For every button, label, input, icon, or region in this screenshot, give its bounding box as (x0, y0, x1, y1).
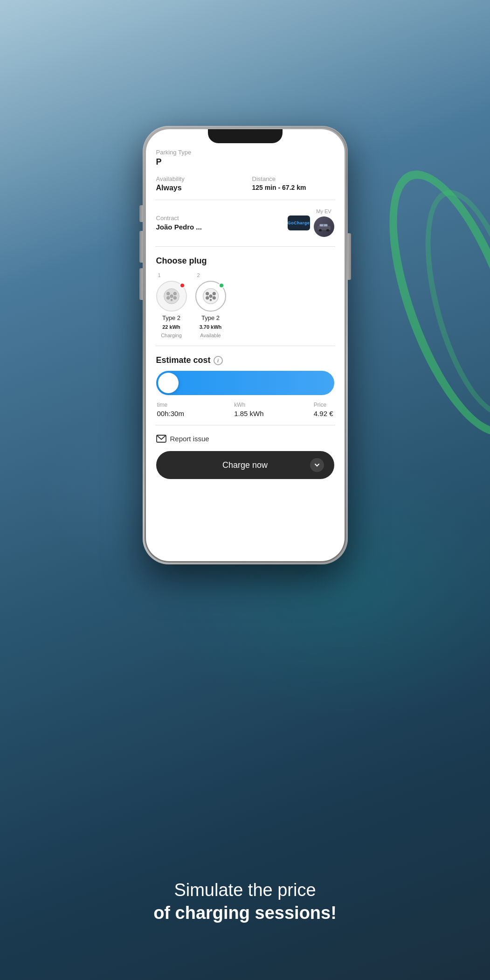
distance-value: 125 min - 67.2 km (252, 184, 334, 191)
charge-now-button[interactable]: Charge now (156, 451, 334, 479)
my-ev-col: My EV (314, 209, 334, 237)
plug-1-icon-wrapper (156, 281, 187, 312)
svg-point-18 (209, 295, 212, 298)
svg-point-10 (173, 296, 176, 299)
choose-plug-section: Choose plug 1 (146, 250, 345, 342)
plug-2[interactable]: 2 (195, 272, 226, 338)
plug-2-icon-wrapper (195, 281, 226, 312)
plug-2-status-dot (219, 283, 224, 288)
envelope-icon (156, 435, 166, 443)
ev-avatar (314, 216, 334, 237)
contract-name: João Pedro ... (156, 223, 282, 231)
volume-up-button (139, 231, 143, 263)
availability-distance-row: Availability Always Distance 125 min - 6… (146, 171, 345, 196)
availability-col: Availability Always (156, 175, 238, 192)
info-icon[interactable]: i (214, 356, 223, 365)
divider-4 (155, 425, 335, 425)
gocharge-text: GoCharge (288, 221, 310, 225)
distance-label: Distance (252, 175, 334, 182)
contract-row: Contract João Pedro ... GoCharge My EV (146, 204, 345, 243)
plug-1-kwh: 22 kWh (162, 324, 180, 330)
plug-2-icon (201, 287, 220, 306)
kwh-col: kWh 1.85 kWh (234, 402, 263, 417)
plug-2-number: 2 (197, 272, 200, 278)
svg-point-16 (206, 296, 208, 299)
plug-2-status: Available (200, 333, 221, 338)
power-button (348, 233, 351, 280)
screen-content: Parking Type P Availability Always Dista… (146, 143, 345, 561)
contract-logos: GoCharge My EV (288, 209, 334, 237)
plug-1-name: Type 2 (162, 314, 180, 321)
svg-point-15 (213, 292, 215, 295)
my-ev-label: My EV (316, 209, 331, 214)
price-label: Price (314, 402, 333, 408)
chevron-icon (310, 458, 324, 472)
svg-point-17 (213, 296, 215, 299)
svg-point-7 (166, 292, 169, 295)
gocharge-logo: GoCharge (288, 215, 310, 230)
contract-label: Contract (156, 215, 282, 222)
kwh-label: kWh (234, 402, 263, 408)
estimate-title: Estimate cost (156, 355, 211, 365)
choose-plug-title: Choose plug (156, 256, 334, 266)
svg-rect-5 (324, 224, 327, 226)
parking-type-label: Parking Type (156, 149, 334, 156)
svg-point-8 (173, 292, 176, 295)
volume-down-button (139, 268, 143, 300)
divider-3 (155, 346, 335, 346)
toggle-bar[interactable] (156, 371, 334, 395)
cost-row: time 00h:30m kWh 1.85 kWh Price 4.92 € (156, 402, 334, 417)
phone-mockup: Parking Type P Availability Always Dista… (143, 126, 348, 564)
promo-line1: Simulate the price (37, 880, 453, 901)
time-col: time 00h:30m (157, 402, 184, 417)
parking-type-block: Parking Type P (146, 143, 345, 171)
plug-1-status: Charging (161, 333, 182, 338)
phone-body: Parking Type P Availability Always Dista… (143, 126, 348, 564)
phone-notch (208, 129, 283, 143)
phone-inner-frame: Parking Type P Availability Always Dista… (145, 128, 346, 563)
car-icon (317, 222, 331, 231)
plug-1[interactable]: 1 (156, 272, 187, 338)
price-col: Price 4.92 € (314, 402, 333, 417)
plug-1-icon (162, 287, 181, 306)
plugs-row: 1 (156, 272, 334, 338)
plug-2-name: Type 2 (201, 314, 220, 321)
svg-point-11 (170, 295, 173, 298)
plug-2-kwh: 3.70 kWh (200, 324, 222, 330)
distance-col: Distance 125 min - 67.2 km (252, 175, 334, 192)
svg-point-9 (166, 296, 169, 299)
phone-screen: Parking Type P Availability Always Dista… (146, 129, 345, 561)
charge-now-label: Charge now (222, 460, 268, 470)
kwh-value: 1.85 kWh (234, 410, 263, 417)
time-label: time (157, 402, 184, 408)
svg-point-19 (210, 299, 212, 301)
estimate-section: Estimate cost i time 00h:30m (146, 350, 345, 421)
availability-label: Availability (156, 175, 238, 182)
report-issue-text: Report issue (170, 435, 209, 443)
svg-rect-4 (320, 224, 323, 226)
divider-1 (155, 200, 335, 200)
promo-line2: of charging sessions! (37, 903, 453, 924)
divider-2 (155, 246, 335, 247)
volume-mute-button (139, 205, 143, 222)
svg-point-14 (206, 292, 208, 295)
price-value: 4.92 € (314, 410, 333, 417)
chevron-down-icon (314, 462, 320, 468)
availability-value: Always (156, 184, 238, 192)
svg-point-12 (171, 299, 173, 301)
contract-info: Contract João Pedro ... (156, 215, 282, 231)
toggle-knob (158, 373, 179, 393)
plug-1-number: 1 (158, 272, 161, 278)
charge-button-wrapper: Charge now (146, 448, 345, 486)
report-issue-row[interactable]: Report issue (146, 429, 345, 448)
parking-type-value: P (156, 157, 334, 167)
time-value: 00h:30m (157, 410, 184, 417)
plug-1-status-dot (179, 283, 185, 288)
promo-text-block: Simulate the price of charging sessions! (0, 880, 490, 924)
estimate-header: Estimate cost i (156, 355, 334, 365)
